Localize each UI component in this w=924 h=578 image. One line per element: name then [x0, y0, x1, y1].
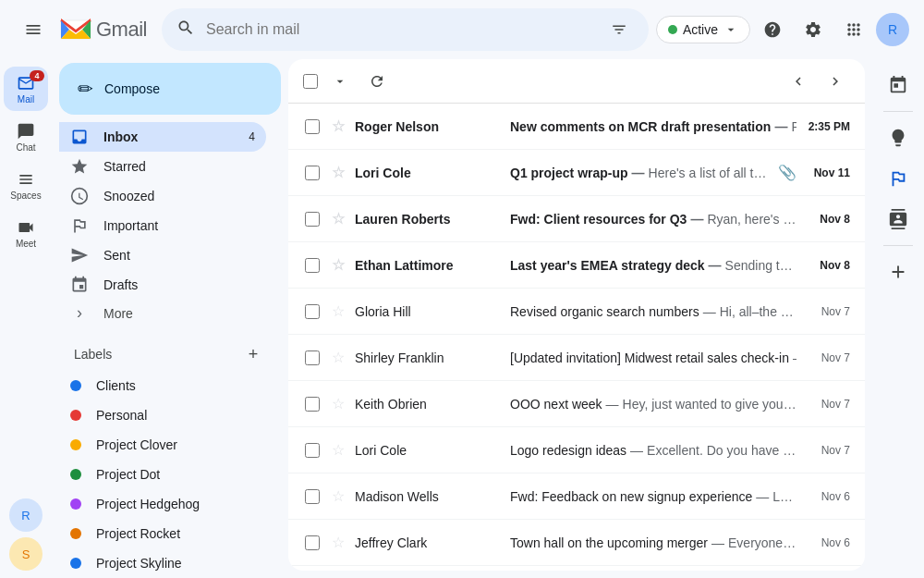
email-row[interactable]: ☆ Madison Wells Fwd: Feedback on new sig…	[288, 473, 865, 520]
sidebar-item-mail[interactable]: Mail 4	[4, 67, 48, 111]
email-row[interactable]: ☆ Gloria Hill Revised organic search num…	[288, 289, 865, 335]
sidebar-item-meet[interactable]: Meet	[4, 211, 48, 255]
email-row[interactable]: ☆ Lori Cole Q1 project wrap-up — Here's …	[288, 150, 865, 196]
email-star[interactable]: ☆	[329, 256, 347, 275]
email-star[interactable]: ☆	[329, 302, 347, 321]
starred-label: Starred	[103, 159, 255, 174]
sent-icon	[70, 246, 89, 264]
nav-item-label-project-clover[interactable]: Project Clover	[59, 430, 266, 460]
snoozed-label: Snoozed	[103, 189, 255, 203]
nav-item-inbox[interactable]: Inbox 4	[59, 122, 266, 152]
email-star[interactable]: ☆	[329, 210, 347, 228]
email-checkbox[interactable]	[303, 302, 322, 321]
sidebar-item-spaces[interactable]: Spaces	[4, 163, 48, 207]
email-checkbox[interactable]	[303, 210, 322, 228]
user-avatar-1[interactable]: R	[9, 498, 43, 532]
nav-item-label-project-rocket[interactable]: Project Rocket	[59, 519, 266, 548]
email-content: Fwd: Client resources for Q3 — Ryan, her…	[510, 212, 796, 227]
right-panel-keep[interactable]	[880, 119, 917, 156]
email-row[interactable]: ☆ Lauren Roberts Fwd: Client resources f…	[288, 196, 865, 242]
compose-button[interactable]: ✏ Compose	[59, 63, 281, 115]
select-dropdown-button[interactable]	[325, 67, 355, 96]
email-star[interactable]: ☆	[329, 441, 347, 460]
select-all-checkbox[interactable]	[303, 74, 318, 89]
email-row[interactable]: ☆ Jeffrey Clark Town hall on the upcomin…	[288, 520, 865, 566]
nav-item-starred[interactable]: Starred	[59, 152, 266, 181]
gmail-text: Gmail	[96, 18, 147, 42]
email-checkbox[interactable]	[303, 395, 322, 413]
sidebar-item-chat[interactable]: Chat	[4, 115, 48, 159]
topbar-right: Active R	[656, 11, 909, 48]
email-star[interactable]: ☆	[329, 349, 347, 367]
search-icon	[176, 18, 195, 42]
email-star[interactable]: ☆	[329, 117, 347, 136]
email-snippet: Excellent. Do you have time to meet with…	[647, 443, 796, 458]
refresh-button[interactable]	[362, 67, 392, 96]
nav-item-label-personal[interactable]: Personal	[59, 400, 266, 430]
prev-page-button[interactable]	[784, 67, 813, 96]
email-checkbox[interactable]	[303, 534, 322, 552]
apps-button[interactable]	[835, 11, 872, 48]
nav-item-sent[interactable]: Sent	[59, 240, 266, 270]
settings-button[interactable]	[795, 11, 832, 48]
nav-item-drafts[interactable]: Drafts	[59, 270, 266, 300]
email-row[interactable]: ☆ Ethan Lattimore Last year's EMEA strat…	[288, 242, 865, 289]
attachment-icon: 📎	[778, 164, 796, 181]
email-meta: Nov 7	[804, 351, 850, 364]
label-name-project-rocket: Project Rocket	[96, 526, 255, 541]
gmail-logo: Gmail	[59, 13, 147, 46]
email-checkbox[interactable]	[303, 487, 322, 506]
email-row[interactable]: ☆ Keith Obrien OOO next week — Hey, just…	[288, 381, 865, 427]
labels-heading: Labels	[74, 347, 112, 362]
email-checkbox[interactable]	[303, 256, 322, 275]
email-row[interactable]: ☆ Roger Nelson Two pics from the confere…	[288, 566, 865, 571]
search-tune-button[interactable]	[604, 15, 634, 44]
email-checkbox[interactable]	[303, 349, 322, 367]
next-page-button[interactable]	[821, 67, 850, 96]
email-checkbox[interactable]	[303, 117, 322, 136]
email-row[interactable]: ☆ Lori Cole Logo redesign ideas — Excell…	[288, 427, 865, 473]
email-time: Nov 7	[804, 351, 850, 364]
help-button[interactable]	[754, 11, 791, 48]
nav-item-label-project-dot[interactable]: Project Dot	[59, 460, 266, 489]
email-row[interactable]: ☆ Roger Nelson New comments on MCR draft…	[288, 104, 865, 150]
email-checkbox[interactable]	[303, 164, 322, 182]
user-avatar-2[interactable]: S	[9, 537, 43, 571]
nav-more-1[interactable]: › More	[59, 300, 281, 326]
email-subject: Fwd: Feedback on new signup experience	[510, 489, 752, 504]
important-icon	[70, 216, 89, 235]
snoozed-icon	[70, 187, 89, 205]
search-bar[interactable]	[162, 8, 649, 51]
email-star[interactable]: ☆	[329, 534, 347, 552]
label-name-personal: Personal	[96, 408, 255, 423]
email-meta: Nov 8	[804, 213, 850, 226]
search-input[interactable]	[206, 21, 604, 38]
right-panel-contacts[interactable]	[880, 201, 917, 238]
email-meta: Nov 8	[804, 259, 850, 272]
nav-item-label-project-hedgehog[interactable]: Project Hedgehog	[59, 489, 266, 519]
email-checkbox[interactable]	[303, 441, 322, 460]
email-star[interactable]: ☆	[329, 487, 347, 506]
email-subject: Fwd: Client resources for Q3	[510, 212, 687, 227]
menu-button[interactable]	[15, 11, 52, 48]
email-star[interactable]: ☆	[329, 164, 347, 182]
label-name-clients: Clients	[96, 378, 255, 393]
more-label-1: More	[103, 306, 133, 321]
email-meta: Nov 7	[804, 305, 850, 318]
email-snippet: Looping in Annika. The feedback…	[772, 489, 796, 504]
right-panel-add[interactable]	[880, 253, 917, 290]
nav-item-important[interactable]: Important	[59, 211, 266, 240]
email-meta: Nov 6	[804, 536, 850, 549]
add-label-button[interactable]: +	[240, 341, 266, 367]
nav-item-label-clients[interactable]: Clients	[59, 371, 266, 400]
email-row[interactable]: ☆ Shirley Franklin [Updated invitation] …	[288, 335, 865, 381]
email-star[interactable]: ☆	[329, 395, 347, 413]
nav-item-snoozed[interactable]: Snoozed	[59, 181, 266, 211]
right-panel-calendar[interactable]	[880, 67, 917, 104]
email-subject: New comments on MCR draft presentation	[510, 119, 771, 134]
account-avatar[interactable]: R	[876, 13, 909, 46]
active-status-badge[interactable]: Active	[656, 16, 750, 43]
email-sender: Jeffrey Clark	[355, 535, 503, 550]
nav-item-label-project-skyline[interactable]: Project Skyline	[59, 548, 266, 578]
right-panel-tasks[interactable]	[880, 160, 917, 197]
